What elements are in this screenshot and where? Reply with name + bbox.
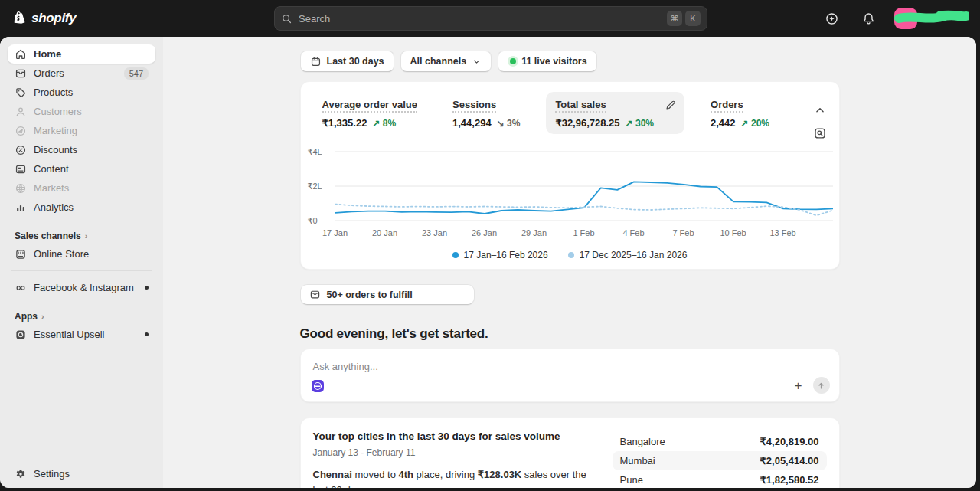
- x-axis-tick: 20 Jan: [372, 228, 397, 237]
- sidebar-item-label: Content: [34, 163, 69, 175]
- sidebar-item-home[interactable]: Home: [8, 44, 155, 64]
- city-amount: ₹2,05,414.00: [760, 455, 819, 466]
- search-icon: [281, 13, 292, 25]
- metric-sessions[interactable]: Sessions 1,44,294 ↘ 3%: [443, 92, 529, 134]
- notification-bell-icon: [861, 11, 876, 26]
- sales-chart-svg: [335, 149, 833, 223]
- global-search-input[interactable]: Search ⌘ K: [274, 6, 707, 31]
- edit-metric-pencil-icon[interactable]: [665, 99, 677, 111]
- date-range-button[interactable]: Last 30 days: [300, 51, 394, 72]
- sidekick-avatar-icon: [312, 380, 324, 392]
- chevron-right-icon: ›: [41, 312, 44, 321]
- arrow-up-icon: [816, 381, 826, 391]
- sidebar-item-label: Customers: [34, 106, 82, 117]
- x-axis-tick: 7 Feb: [672, 228, 694, 237]
- sidebar-item-analytics[interactable]: Analytics: [8, 198, 155, 217]
- city-row-mumbai[interactable]: Mumbai ₹2,05,414.00: [612, 451, 827, 470]
- content-icon: [15, 163, 27, 175]
- ask-anything-input[interactable]: Ask anything... +: [300, 349, 840, 402]
- y-axis-tick: ₹2L: [308, 182, 322, 191]
- x-axis-tick: 26 Jan: [472, 228, 497, 237]
- channels-dropdown[interactable]: All channels: [400, 51, 492, 72]
- x-axis-tick: 4 Feb: [622, 228, 644, 237]
- notifications-button[interactable]: [858, 8, 879, 29]
- x-axis-tick: 10 Feb: [720, 228, 746, 237]
- metric-change: ↘ 3%: [497, 118, 521, 129]
- legend-dot-icon: [568, 252, 574, 258]
- add-attachment-button[interactable]: +: [795, 379, 802, 392]
- top-cities-date-range: January 13 - February 11: [313, 447, 591, 458]
- top-cities-table: Bangalore ₹4,20,819.00 Mumbai ₹2,05,414.…: [612, 430, 827, 488]
- live-dot-icon: [510, 58, 516, 64]
- metric-value: 1,44,294: [452, 117, 492, 129]
- legend-dot-icon: [452, 252, 459, 258]
- sidebar-item-label: Markets: [34, 182, 69, 194]
- view-report-icon[interactable]: [813, 126, 827, 140]
- metric-change: ↗ 30%: [626, 118, 654, 129]
- city-row-bangalore[interactable]: Bangalore ₹4,20,819.00: [612, 432, 827, 451]
- sidebar-item-online-store[interactable]: Online Store: [8, 244, 155, 264]
- sidebar-item-content[interactable]: Content: [8, 159, 155, 178]
- sidebar-item-label: Marketing: [34, 125, 77, 136]
- chart-legend: 17 Jan–16 Feb 2026 17 Dec 2025–16 Jan 20…: [301, 250, 839, 260]
- notification-dot: [145, 332, 149, 336]
- sales-channels-header[interactable]: Sales channels ›: [8, 227, 155, 244]
- analytics-overview-card: Average order value ₹1,335.22 ↗ 8% Sessi…: [300, 81, 840, 270]
- cmd-keycap: ⌘: [667, 11, 682, 26]
- sidebar: Home Orders 547 Products Customers Marke…: [0, 37, 163, 488]
- sidekick-button[interactable]: [821, 8, 842, 29]
- discounts-icon: [15, 144, 27, 156]
- top-cities-title: Your top cities in the last 30 days for …: [313, 430, 591, 442]
- apps-header[interactable]: Apps ›: [8, 308, 155, 325]
- top-cities-summary: Chennai moved to 4th place, driving ₹128…: [313, 467, 591, 488]
- admin-frame: Home Orders 547 Products Customers Marke…: [0, 37, 976, 488]
- search-placeholder: Search: [299, 13, 330, 25]
- metric-average-order-value[interactable]: Average order value ₹1,335.22 ↗ 8%: [313, 92, 427, 134]
- sidebar-item-markets[interactable]: Markets: [8, 178, 155, 198]
- x-axis-tick: 17 Jan: [322, 228, 348, 237]
- topbar: shopify Search ⌘ K: [0, 0, 980, 37]
- y-axis-tick: ₹0: [308, 216, 318, 226]
- greeting-heading: Good evening, let's get started.: [300, 326, 840, 342]
- sidebar-item-orders[interactable]: Orders 547: [8, 64, 155, 83]
- y-axis-tick: ₹4L: [308, 147, 322, 157]
- sidebar-item-products[interactable]: Products: [8, 83, 155, 102]
- sidebar-item-facebook-instagram[interactable]: Facebook & Instagram: [8, 278, 155, 297]
- city-name: Bangalore: [620, 436, 665, 447]
- city-row-pune[interactable]: Pune ₹1,82,580.52: [612, 470, 827, 488]
- city-name: Pune: [620, 474, 643, 486]
- x-axis-tick: 1 Feb: [573, 228, 594, 237]
- x-axis-tick: 23 Jan: [422, 228, 447, 237]
- legend-previous-period: 17 Dec 2025–16 Jan 2026: [568, 250, 688, 260]
- account-menu-button[interactable]: [894, 7, 969, 30]
- metric-value: 2,442: [710, 117, 736, 129]
- metric-orders[interactable]: Orders 2,442 ↗ 20%: [701, 92, 779, 134]
- live-visitors-label: 11 live visitors: [521, 56, 586, 67]
- channels-label: All channels: [410, 56, 467, 67]
- calendar-icon: [310, 56, 322, 67]
- sidebar-item-settings[interactable]: Settings: [8, 464, 155, 483]
- shopify-logo[interactable]: shopify: [12, 11, 76, 27]
- marketing-icon: [15, 125, 27, 137]
- sidebar-item-label: Online Store: [34, 248, 89, 260]
- sidebar-item-marketing[interactable]: Marketing: [8, 121, 155, 140]
- x-axis-tick: 29 Jan: [521, 228, 547, 237]
- send-button[interactable]: [813, 377, 830, 394]
- sidebar-divider: [11, 270, 152, 271]
- metric-value: ₹1,335.22: [322, 117, 368, 129]
- gear-icon: [15, 468, 27, 480]
- sidebar-item-discounts[interactable]: Discounts: [8, 140, 155, 159]
- orders-to-fulfill-button[interactable]: 50+ orders to fulfill: [300, 284, 475, 305]
- live-visitors-button[interactable]: 11 live visitors: [498, 51, 596, 72]
- sidebar-item-essential-upsell[interactable]: Essential Upsell: [8, 325, 155, 344]
- sidebar-item-customers[interactable]: Customers: [8, 102, 155, 121]
- x-axis-labels: 17 Jan20 Jan23 Jan26 Jan29 Jan1 Feb4 Feb…: [335, 228, 833, 240]
- metric-total-sales[interactable]: Total sales ₹32,96,728.25 ↗ 30%: [546, 92, 684, 134]
- collapse-chevron-up-icon[interactable]: [813, 103, 827, 117]
- sidebar-item-label: Essential Upsell: [34, 329, 105, 340]
- sales-line-chart[interactable]: ₹4L₹2L₹0: [301, 149, 839, 223]
- sidebar-item-label: Home: [34, 48, 61, 60]
- redaction-scribble: [899, 15, 966, 18]
- shopify-wordmark: shopify: [31, 11, 76, 26]
- markets-icon: [15, 182, 27, 195]
